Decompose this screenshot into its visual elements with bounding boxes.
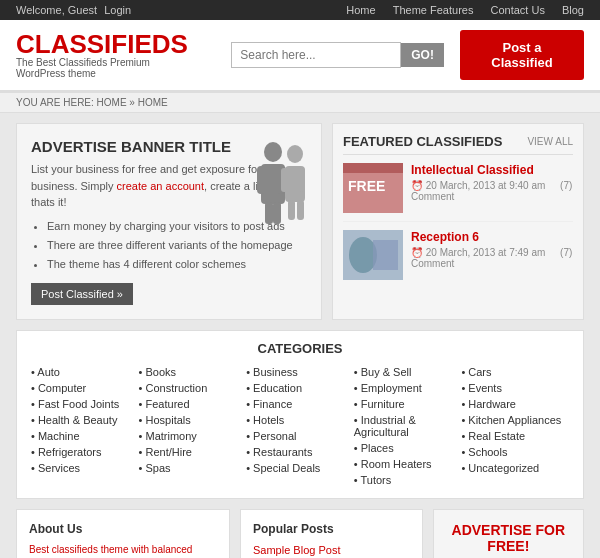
cat-construction[interactable]: Construction: [146, 382, 208, 394]
create-account-link[interactable]: create an account: [117, 180, 204, 192]
svg-text:FREE: FREE: [348, 178, 385, 194]
cat-hardware[interactable]: Hardware: [468, 398, 516, 410]
bullet-2: There are three different variants of th…: [47, 238, 307, 253]
cat-furniture[interactable]: Furniture: [361, 398, 405, 410]
featured-date-1: ⏰ 20 March, 2013 at 9:40 am: [411, 180, 551, 191]
cat-employment[interactable]: Employment: [361, 382, 422, 394]
cat-buy-sell[interactable]: Buy & Sell: [361, 366, 412, 378]
svg-rect-11: [297, 200, 304, 220]
cat-tutors[interactable]: Tutors: [361, 474, 392, 486]
featured-thumb-1: FREE: [343, 163, 403, 213]
cat-refrigerators[interactable]: Refrigerators: [38, 446, 102, 458]
advertise-banner-box: ADVERTISE BANNER TITLE List your busines…: [16, 123, 322, 320]
categories-col-4: Buy & Sell Employment Furniture Industri…: [354, 364, 462, 488]
svg-rect-14: [343, 163, 403, 173]
cat-cars[interactable]: Cars: [468, 366, 491, 378]
categories-col-5: Cars Events Hardware Kitchen Appliances …: [461, 364, 569, 488]
breadcrumb-text: YOU ARE HERE: HOME » HOME: [16, 97, 168, 108]
popular-item-1: Sample Blog Post: [253, 542, 410, 558]
free-label: FREE!: [487, 538, 529, 554]
cat-hospitals[interactable]: Hospitals: [146, 414, 191, 426]
cat-real-estate[interactable]: Real Estate: [468, 430, 525, 442]
nav-blog[interactable]: Blog: [562, 4, 584, 16]
categories-grid: Auto Computer Fast Food Joints Health & …: [31, 364, 569, 488]
top-section: ADVERTISE BANNER TITLE List your busines…: [16, 123, 584, 320]
cat-machine[interactable]: Machine: [38, 430, 80, 442]
popular-list: Sample Blog Post another sample post Sam…: [253, 542, 410, 558]
featured-info-2: Reception 6 ⏰ 20 March, 2013 at 7:49 am …: [411, 230, 573, 269]
nav-contact-us[interactable]: Contact Us: [490, 4, 544, 16]
advertise-post-button[interactable]: Post Classified »: [31, 283, 133, 305]
nav-theme-features[interactable]: Theme Features: [393, 4, 474, 16]
categories-col-1: Auto Computer Fast Food Joints Health & …: [31, 364, 139, 488]
cat-restaurants[interactable]: Restaurants: [253, 446, 312, 458]
popular-title: Popular Posts: [253, 522, 410, 536]
search-input[interactable]: [231, 42, 401, 68]
view-all-link[interactable]: VIEW ALL: [527, 136, 573, 147]
svg-rect-17: [373, 240, 398, 270]
featured-header: FEATURED CLASSIFIEDS VIEW ALL: [343, 134, 573, 155]
svg-rect-5: [273, 202, 281, 224]
featured-classifieds-box: FEATURED CLASSIFIEDS VIEW ALL FREE Intel…: [332, 123, 584, 320]
cat-hotels[interactable]: Hotels: [253, 414, 284, 426]
popular-link-1[interactable]: Sample Blog Post: [253, 544, 340, 556]
cat-featured[interactable]: Featured: [146, 398, 190, 410]
featured-info-1: Intellectual Classified ⏰ 20 March, 2013…: [411, 163, 573, 202]
logo-subtitle: The Best Classifieds Premium WordPress t…: [16, 57, 199, 79]
welcome-label: Welcome, Guest: [16, 4, 97, 16]
cat-services[interactable]: Services: [38, 462, 80, 474]
nav-home[interactable]: Home: [346, 4, 375, 16]
popular-posts-box: Popular Posts Sample Blog Post another s…: [240, 509, 423, 558]
categories-title: CATEGORIES: [31, 341, 569, 356]
cat-kitchen[interactable]: Kitchen Appliances: [468, 414, 561, 426]
cat-business[interactable]: Business: [253, 366, 298, 378]
cat-spas[interactable]: Spas: [146, 462, 171, 474]
cat-uncategorized[interactable]: Uncategorized: [468, 462, 539, 474]
about-box: About Us Best classifieds theme with bal…: [16, 509, 230, 558]
top-nav: Home Theme Features Contact Us Blog: [332, 4, 584, 16]
cat-computer[interactable]: Computer: [38, 382, 86, 394]
featured-item-meta-2: ⏰ 20 March, 2013 at 7:49 am (7) Comment: [411, 247, 573, 269]
cat-auto[interactable]: Auto: [37, 366, 60, 378]
categories-col-3: Business Education Finance Hotels Person…: [246, 364, 354, 488]
cat-special-deals[interactable]: Special Deals: [253, 462, 320, 474]
cat-room-heaters[interactable]: Room Heaters: [361, 458, 432, 470]
cat-events[interactable]: Events: [468, 382, 502, 394]
cat-books[interactable]: Books: [146, 366, 177, 378]
logo: CLASSIFIEDS The Best Classifieds Premium…: [16, 31, 199, 79]
advertise-free-box: ADVERTISE FOR FREE!: [433, 509, 584, 558]
top-bar: Welcome, Guest Login Home Theme Features…: [0, 0, 600, 20]
featured-item-meta-1: ⏰ 20 March, 2013 at 9:40 am (7) Comment: [411, 180, 573, 202]
featured-item-title-2: Reception 6: [411, 230, 573, 244]
cat-education[interactable]: Education: [253, 382, 302, 394]
post-classified-button[interactable]: Post a Classified: [460, 30, 584, 80]
logo-title: CLASSIFIEDS: [16, 31, 199, 57]
login-link[interactable]: Login: [104, 4, 131, 16]
bottom-section: About Us Best classifieds theme with bal…: [16, 509, 584, 558]
banner-figure: [251, 138, 311, 238]
svg-point-16: [349, 237, 377, 273]
bullet-3: The theme has 4 different color schemes: [47, 257, 307, 272]
featured-item-2: Reception 6 ⏰ 20 March, 2013 at 7:49 am …: [343, 230, 573, 288]
svg-rect-8: [281, 168, 288, 192]
featured-title: FEATURED CLASSIFIEDS: [343, 134, 502, 149]
search-button[interactable]: GO!: [401, 43, 444, 67]
svg-rect-2: [257, 166, 265, 194]
about-title: About Us: [29, 522, 217, 536]
cat-fast-food[interactable]: Fast Food Joints: [38, 398, 119, 410]
cat-schools[interactable]: Schools: [468, 446, 507, 458]
header: CLASSIFIEDS The Best Classifieds Premium…: [0, 20, 600, 92]
search-area: GO!: [231, 42, 444, 68]
cat-places[interactable]: Places: [361, 442, 394, 454]
featured-thumb-2: [343, 230, 403, 280]
cat-health[interactable]: Health & Beauty: [38, 414, 118, 426]
cat-rent[interactable]: Rent/Hire: [146, 446, 192, 458]
welcome-text: Welcome, Guest Login: [16, 4, 131, 16]
featured-date-2: ⏰ 20 March, 2013 at 7:49 am: [411, 247, 551, 258]
svg-point-6: [287, 145, 303, 163]
cat-finance[interactable]: Finance: [253, 398, 292, 410]
featured-item-1: FREE Intellectual Classified ⏰ 20 March,…: [343, 163, 573, 222]
cat-matrimony[interactable]: Matrimony: [146, 430, 197, 442]
cat-industrial[interactable]: Industrial & Agricultural: [354, 414, 416, 438]
cat-personal[interactable]: Personal: [253, 430, 296, 442]
